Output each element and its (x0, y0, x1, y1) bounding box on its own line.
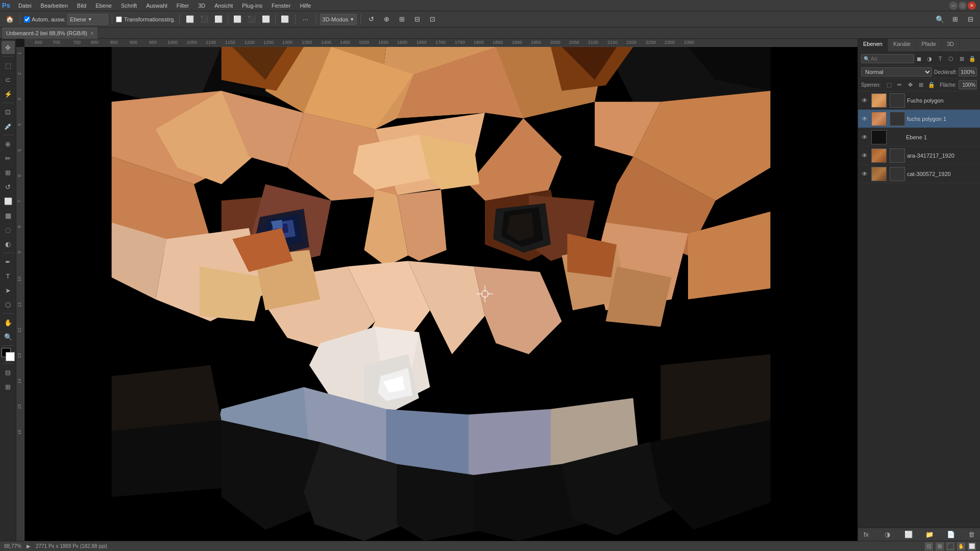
timeline-btn[interactable]: ⊡ (925, 542, 933, 550)
opacity-input[interactable] (959, 67, 977, 77)
tool-gradient[interactable]: ▦ (2, 209, 15, 222)
extras-btn[interactable]: ··· (299, 13, 312, 26)
menu-bild[interactable]: Bild (73, 2, 90, 10)
tool-mask-mode[interactable]: ⊟ (2, 366, 15, 379)
layer-item-fuchs-polygon[interactable]: 👁 Fuchs polygon (858, 91, 980, 110)
tool-lasso[interactable]: ⊂ (2, 73, 15, 86)
layer-item-fuchs-polygon-1[interactable]: 👁 fuchs polygon 1 (858, 110, 980, 128)
adjustment-button[interactable]: ◑ (882, 530, 892, 540)
menu-hilfe[interactable]: Hilfe (296, 2, 315, 10)
layer-vis-4[interactable]: 👁 (860, 169, 869, 179)
tab-close-btn[interactable]: × (90, 31, 93, 36)
menu-filter[interactable]: Filter (173, 2, 193, 10)
lock-image[interactable]: ✏ (895, 80, 904, 89)
filter-type[interactable]: T (936, 54, 945, 63)
reset-btn[interactable]: ⊕ (380, 13, 393, 26)
distribute[interactable]: ⬜ (278, 13, 291, 26)
layer-item-cat[interactable]: 👁 cat-300572_1920 (858, 165, 980, 183)
tool-spot-heal[interactable]: ⊕ (2, 137, 15, 151)
view-btn[interactable]: ⊡ (426, 13, 439, 26)
tab-pfade[interactable]: Pfade (916, 39, 942, 52)
layer-item-ara[interactable]: 👁 ara-3417217_1920 (858, 146, 980, 165)
menu-ebene[interactable]: Ebene (91, 2, 116, 10)
window-close[interactable]: ✕ (968, 2, 976, 10)
align-center-v[interactable]: ⬛ (245, 13, 258, 26)
rotate-btn[interactable]: ↺ (364, 13, 378, 26)
window-maximize[interactable]: □ (959, 2, 967, 10)
filter-adjust[interactable]: ◑ (925, 54, 934, 63)
tool-crop[interactable]: ⊡ (2, 105, 15, 118)
lock-all[interactable]: 🔒 (927, 80, 936, 89)
extras2-btn[interactable]: ⊟ (410, 13, 424, 26)
triangle-indicator[interactable]: ▶ (27, 543, 31, 549)
tool-marquee[interactable]: ⬚ (2, 59, 15, 72)
snap-btn[interactable]: ⊞ (395, 13, 408, 26)
tab-ebenen[interactable]: Ebenen (858, 39, 888, 52)
tool-stamp[interactable]: ⊞ (2, 166, 15, 179)
document-tab[interactable]: Unbenannt-2 bei 88,8% (RGB/8) × (2, 28, 98, 39)
gpu-btn[interactable]: ⬛ (946, 542, 954, 550)
panel-toggle[interactable]: ⊟ (964, 13, 977, 26)
align-right[interactable]: ⬜ (212, 13, 225, 26)
layer-vis-2[interactable]: 👁 (860, 133, 869, 142)
tool-zoom[interactable]: 🔍 (2, 330, 15, 343)
align-bottom[interactable]: ⬜ (259, 13, 273, 26)
layer-vis-3[interactable]: 👁 (860, 151, 869, 160)
tool-history-brush[interactable]: ↺ (2, 180, 15, 193)
menu-fenster[interactable]: Fenster (267, 2, 295, 10)
menu-plugins[interactable]: Plug-ins (238, 2, 266, 10)
tool-pen[interactable]: ✒ (2, 255, 15, 268)
tab-3d[interactable]: 3D (942, 39, 960, 52)
transform-checkbox[interactable] (116, 16, 122, 22)
screen-mode-btn[interactable]: ⬜ (968, 542, 976, 550)
tool-brush[interactable]: ✏ (2, 152, 15, 165)
layer-item-ebene-1[interactable]: 👁 Ebene 1 (858, 128, 980, 146)
layer-vis-0[interactable]: 👁 (860, 96, 869, 105)
menu-datei[interactable]: Datei (14, 2, 36, 10)
tool-wand[interactable]: ⚡ (2, 87, 15, 101)
search-global[interactable]: 🔍 (933, 13, 946, 26)
tool-blur[interactable]: ◌ (2, 223, 15, 236)
new-layer-button[interactable]: 📄 (946, 530, 956, 540)
mask-button[interactable]: ⬜ (903, 530, 914, 540)
menu-3d[interactable]: 3D (194, 2, 209, 10)
tool-hand[interactable]: ✋ (2, 316, 15, 329)
fx-button[interactable]: fx (861, 530, 871, 540)
artboard-btn[interactable]: ⊞ (936, 542, 944, 550)
delete-layer-button[interactable]: 🗑 (967, 530, 977, 540)
tab-kanaele[interactable]: Kanäle (888, 39, 916, 52)
layer-search-input[interactable] (871, 56, 901, 62)
filter-pixel[interactable]: ◼ (914, 54, 923, 63)
app-icon[interactable]: Ps (2, 2, 10, 9)
fill-input[interactable] (959, 80, 977, 89)
layer-search[interactable]: 🔍 (861, 54, 914, 63)
filter-lock[interactable]: 🔒 (968, 54, 977, 63)
filter-smart[interactable]: ⊞ (957, 54, 966, 63)
tool-eraser[interactable]: ⬜ (2, 194, 15, 208)
ebene-dropdown[interactable]: Ebene ▼ (67, 14, 108, 25)
menu-bearbeiten[interactable]: Bearbeiten (37, 2, 72, 10)
color-foreground[interactable] (2, 348, 15, 361)
mode-3d-dropdown[interactable]: 3D-Modus ▼ (320, 14, 357, 25)
blend-mode-select[interactable]: Normal Abdunkeln Multiplizieren Aufhelle… (861, 67, 932, 77)
tool-eyedropper[interactable]: 💉 (2, 119, 15, 133)
align-top[interactable]: ⬜ (231, 13, 244, 26)
lock-position[interactable]: ✥ (906, 80, 915, 89)
align-center-h[interactable]: ⬛ (198, 13, 211, 26)
hand-btn[interactable]: ✋ (957, 542, 965, 550)
window-minimize[interactable]: ─ (949, 2, 958, 10)
group-button[interactable]: 📁 (924, 530, 935, 540)
menu-ansicht[interactable]: Ansicht (210, 2, 237, 10)
tool-move[interactable]: ✥ (2, 41, 15, 54)
layer-vis-1[interactable]: 👁 (860, 114, 869, 123)
canvas-area[interactable] (24, 47, 857, 541)
lock-pixels[interactable]: ⬚ (885, 80, 893, 89)
tool-type[interactable]: T (2, 269, 15, 283)
tool-path-select[interactable]: ➤ (2, 284, 15, 297)
tool-screen-mode[interactable]: ⊞ (2, 380, 15, 393)
tool-dodge[interactable]: ◐ (2, 237, 15, 251)
menu-schrift[interactable]: Schrift (117, 2, 141, 10)
filter-shape[interactable]: ⬡ (946, 54, 955, 63)
menu-auswahl[interactable]: Auswahl (142, 2, 172, 10)
lock-artboard[interactable]: ⊞ (917, 80, 925, 89)
